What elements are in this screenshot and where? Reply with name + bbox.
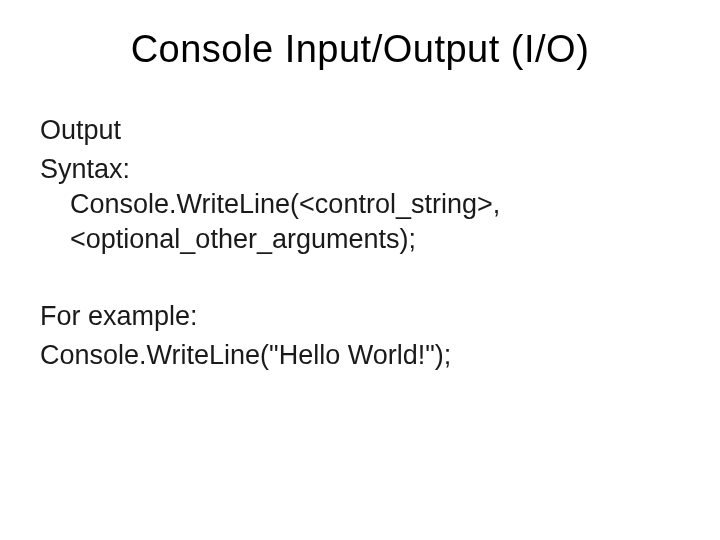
syntax-line: Console.WriteLine(<control_string>,<opti… — [40, 187, 680, 257]
slide-title: Console Input/Output (I/O) — [40, 28, 680, 71]
for-example-label: For example: — [40, 299, 680, 334]
output-heading: Output — [40, 113, 680, 148]
syntax-label: Syntax: — [40, 154, 130, 184]
syntax-block: Syntax: Console.WriteLine(<control_strin… — [40, 152, 680, 257]
slide-content: Output Syntax: Console.WriteLine(<contro… — [40, 113, 680, 374]
example-line: Console.WriteLine("Hello World!"); — [40, 338, 680, 373]
